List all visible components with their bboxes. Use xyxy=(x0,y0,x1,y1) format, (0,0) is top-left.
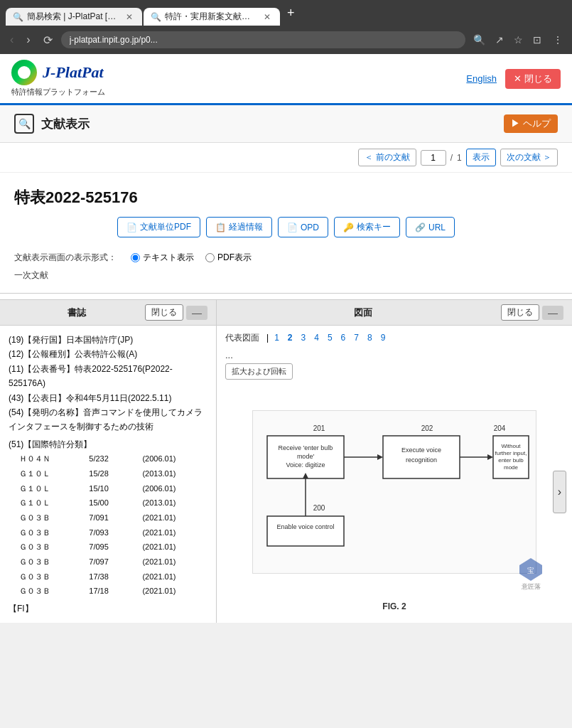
bib-content: (19)【発行国】日本国特許庁(JP) (12)【公報種別】公表特許公報(A) … xyxy=(0,326,216,623)
fig-link-1[interactable]: 1 xyxy=(271,331,282,344)
english-link[interactable]: English xyxy=(466,73,497,84)
box-200 xyxy=(267,516,344,546)
box-202-text2: recognition xyxy=(406,456,437,464)
bib-collapse-button[interactable]: — xyxy=(186,306,207,320)
search-addr-icon[interactable]: 🔍 xyxy=(470,32,489,48)
menu-icon[interactable]: ⋮ xyxy=(549,32,566,48)
pdf-label: 文献単位PDF xyxy=(140,221,191,233)
ipc-year-6: (2021.01) xyxy=(139,525,207,540)
opd-button[interactable]: 📄 OPD xyxy=(278,217,328,237)
tabs-bar: 🔍 簡易検索 | J-PlatPat [JP... ✕ 🔍 特許・実用新案文献表… xyxy=(0,0,572,26)
bib-field-12: (12)【公報種別】 xyxy=(9,349,75,359)
search-key-label: 検索キー xyxy=(357,221,391,233)
refresh-button[interactable]: ⟳ xyxy=(39,31,57,50)
logo-text: J-PlatPat xyxy=(43,63,104,82)
ipc-row-1: Ｈ０４Ｎ 5/232 (2006.01) xyxy=(9,451,207,466)
prev-doc-button[interactable]: ＜ 前の文献 xyxy=(358,149,416,166)
page-total: 1 xyxy=(457,153,462,163)
ipc-sub-1: 5/232 xyxy=(86,451,139,466)
ipc-row-2: Ｇ１０Ｌ 15/28 (2013.01) xyxy=(9,466,207,481)
address-icons: 🔍 ↗ ☆ ⊡ xyxy=(470,32,545,48)
figure-next-button[interactable]: › xyxy=(553,471,566,513)
fig-link-5[interactable]: 5 xyxy=(325,331,335,344)
close-button[interactable]: ✕ 閉じる xyxy=(505,69,561,89)
search-key-button[interactable]: 🔑 検索キー xyxy=(334,217,400,237)
ipc-row-4: Ｇ１０Ｌ 15/00 (2013.01) xyxy=(9,496,207,510)
ipc-sub-2: 15/28 xyxy=(86,466,139,481)
pdf-icon: 📄 xyxy=(126,223,137,232)
ipc-row-6: Ｇ０３Ｂ 7/093 (2021.01) xyxy=(9,525,207,540)
next-doc-button[interactable]: 次の文献 ＞ xyxy=(500,149,558,166)
ipc-sub-8: 7/097 xyxy=(86,555,139,569)
bib-value-19: 日本国特許庁(JP) xyxy=(66,335,133,345)
bookmark-addr-icon[interactable]: ☆ xyxy=(510,32,527,48)
history-button[interactable]: 📋 経過情報 xyxy=(206,217,272,237)
fig-caption: FIG. 2 xyxy=(217,599,572,614)
box-200-text1: Enable voice control xyxy=(276,523,334,530)
fig-link-4[interactable]: 4 xyxy=(311,331,322,344)
ipc-sub-9: 17/38 xyxy=(86,569,139,584)
share-addr-icon[interactable]: ↗ xyxy=(492,32,507,48)
fig-link-2[interactable]: 2 xyxy=(285,331,296,344)
url-button[interactable]: 🔗 URL xyxy=(406,217,455,237)
bib-entry-54: (54)【発明の名称】音声コマンドを使用してカメラインタフェースを制御するための… xyxy=(9,405,207,434)
fig-link-7[interactable]: 7 xyxy=(351,331,362,344)
logo-area: J-PlatPat 特許情報プラットフォーム xyxy=(11,60,105,97)
url-label: URL xyxy=(428,223,446,232)
tab-2-close[interactable]: ✕ xyxy=(261,11,273,23)
page-title-area: 🔍 文献表示 xyxy=(14,114,90,134)
expand-rotate-button[interactable]: 拡大および回転 xyxy=(225,363,293,380)
view-format-label: 文献表示画面の表示形式： xyxy=(14,252,117,264)
help-button[interactable]: ▶ ヘルプ xyxy=(504,114,558,133)
search-icon-box: 🔍 xyxy=(14,114,34,134)
page-input[interactable] xyxy=(421,150,446,166)
logo-circle-inner xyxy=(18,66,31,79)
pdf-button[interactable]: 📄 文献単位PDF xyxy=(117,217,200,237)
page-separator: / xyxy=(450,153,453,163)
fig-link-6[interactable]: 6 xyxy=(338,331,349,344)
box-201-text3: Voice: digitize xyxy=(286,461,325,469)
fig-link-3[interactable]: 3 xyxy=(298,331,309,344)
tab-1[interactable]: 🔍 簡易検索 | J-PlatPat [JP... ✕ xyxy=(6,8,142,26)
pagination-row: ＜ 前の文献 / 1 表示 次の文献 ＞ xyxy=(0,143,572,173)
tab-2[interactable]: 🔍 特許・実用新案文献表示... ✕ xyxy=(144,8,280,26)
box-202-text1: Execute voice xyxy=(401,446,441,454)
fig-link-9[interactable]: 9 xyxy=(378,331,389,344)
show-button[interactable]: 表示 xyxy=(466,149,496,166)
bib-field-43: (43)【公表日】 xyxy=(9,393,66,403)
text-view-radio-label[interactable]: テキスト表示 xyxy=(131,252,194,264)
figure-collapse-button[interactable]: — xyxy=(542,306,563,320)
bib-fi-label: 【FI】 xyxy=(9,601,207,616)
box-204-text3: enter bulb xyxy=(498,457,524,464)
figure-close-button[interactable]: 閉じる xyxy=(501,304,539,321)
bib-close-button[interactable]: 閉じる xyxy=(145,304,183,321)
ipc-class-1: Ｈ０４Ｎ xyxy=(9,451,86,466)
ipc-row-10: Ｇ０３Ｂ 17/18 (2021.01) xyxy=(9,584,207,599)
svg-label-204: 204 xyxy=(494,424,506,432)
address-input[interactable] xyxy=(61,31,465,48)
figure-panel-title: 図面 xyxy=(225,306,501,319)
ipc-class-5: Ｇ０３Ｂ xyxy=(9,510,86,525)
pdf-view-radio-label[interactable]: PDF表示 xyxy=(205,252,252,264)
ipc-row-3: Ｇ１０Ｌ 15/10 (2006.01) xyxy=(9,481,207,496)
pdf-view-radio[interactable] xyxy=(205,253,215,262)
bib-field-54: (54)【発明の名称】 xyxy=(9,407,83,417)
ipc-class-6: Ｇ０３Ｂ xyxy=(9,525,86,540)
ipc-class-3: Ｇ１０Ｌ xyxy=(9,481,86,496)
url-icon: 🔗 xyxy=(415,223,426,232)
extension-icon[interactable]: ⊡ xyxy=(529,32,545,48)
history-label: 経過情報 xyxy=(229,221,263,233)
new-tab-button[interactable]: + xyxy=(281,0,301,26)
text-view-radio[interactable] xyxy=(131,253,140,262)
ipc-row-7: Ｇ０３Ｂ 7/095 (2021.01) xyxy=(9,540,207,555)
tab-1-close[interactable]: ✕ xyxy=(124,11,135,23)
forward-button[interactable]: › xyxy=(22,31,34,49)
back-button[interactable]: ‹ xyxy=(6,31,18,49)
fig-link-8[interactable]: 8 xyxy=(365,331,375,344)
logo-subtitle: 特許情報プラットフォーム xyxy=(11,87,105,97)
ipc-year-4: (2013.01) xyxy=(139,496,207,510)
box-201-text1: Receive 'enter bulb xyxy=(279,444,333,451)
ipc-sub-10: 17/18 xyxy=(86,584,139,599)
primary-doc-label: 一次文献 xyxy=(0,268,572,287)
search-icon: 🔍 xyxy=(18,118,31,129)
